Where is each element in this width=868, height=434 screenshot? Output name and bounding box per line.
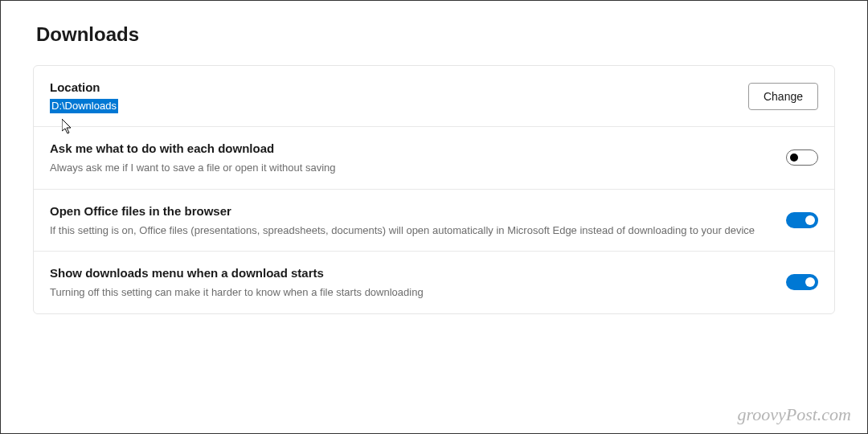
downloads-settings-card: Location D:\Downloads Change Ask me what… (33, 65, 835, 314)
menu-toggle[interactable] (786, 274, 818, 290)
menu-text: Show downloads menu when a download star… (50, 264, 770, 301)
office-title: Open Office files in the browser (50, 203, 770, 219)
ask-title: Ask me what to do with each download (50, 140, 770, 157)
location-row: Location D:\Downloads Change (34, 66, 834, 127)
ask-text: Ask me what to do with each download Alw… (50, 140, 770, 176)
page-title: Downloads (36, 23, 835, 46)
watermark: groovyPost.com (737, 404, 851, 425)
ask-desc: Always ask me if I want to save a file o… (50, 160, 770, 176)
location-label: Location (50, 79, 732, 96)
office-text: Open Office files in the browser If this… (50, 203, 770, 239)
location-text: Location D:\Downloads (50, 79, 732, 113)
office-toggle[interactable] (786, 212, 818, 228)
menu-desc: Turning off this setting can make it har… (50, 285, 770, 301)
show-menu-row: Show downloads menu when a download star… (34, 252, 834, 313)
ask-toggle[interactable] (786, 149, 818, 166)
ask-each-download-row: Ask me what to do with each download Alw… (34, 127, 834, 190)
menu-title: Show downloads menu when a download star… (50, 264, 770, 281)
change-button[interactable]: Change (748, 83, 818, 110)
office-desc: If this setting is on, Office files (pre… (50, 223, 770, 239)
open-office-row: Open Office files in the browser If this… (34, 190, 834, 252)
location-path: D:\Downloads (50, 99, 118, 113)
